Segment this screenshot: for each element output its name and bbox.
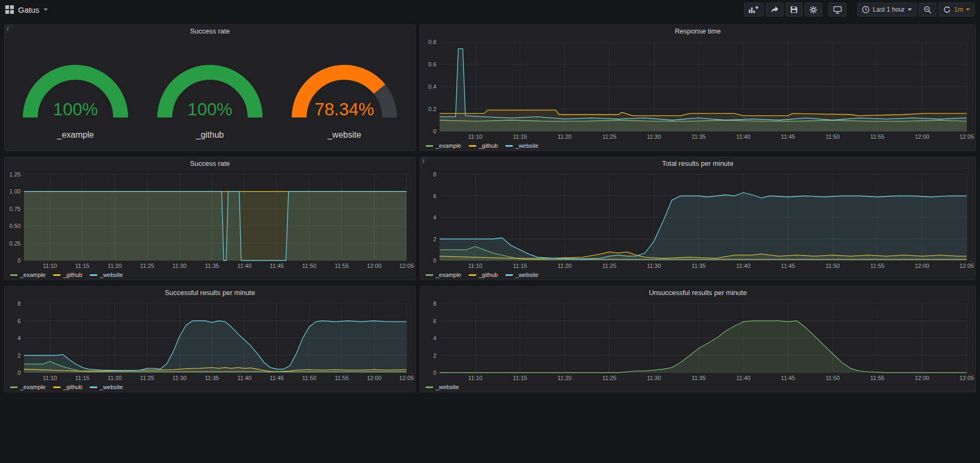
- svg-text:11:35: 11:35: [691, 375, 706, 381]
- gauge-value: 100%: [188, 99, 232, 119]
- svg-text:11:30: 11:30: [647, 375, 661, 381]
- svg-text:12:00: 12:00: [915, 263, 930, 269]
- panel-title[interactable]: Success rate: [5, 25, 415, 38]
- legend-color-swatch: [53, 274, 61, 276]
- legend-item-_example[interactable]: _example: [10, 384, 46, 390]
- refresh-interval-label: 1m: [954, 6, 963, 13]
- svg-text:11:40: 11:40: [736, 263, 750, 269]
- svg-text:11:40: 11:40: [736, 133, 750, 140]
- legend-color-swatch: [469, 145, 476, 147]
- svg-text:11:15: 11:15: [513, 263, 527, 269]
- dashboard-settings-button[interactable]: [805, 3, 822, 16]
- svg-text:11:15: 11:15: [75, 375, 89, 381]
- clock-icon: [862, 6, 869, 13]
- panel-info-icon[interactable]: i: [5, 25, 15, 36]
- svg-text:11:10: 11:10: [43, 375, 57, 381]
- svg-text:11:55: 11:55: [871, 133, 885, 140]
- panel-info-icon[interactable]: i: [420, 157, 431, 168]
- svg-text:11:40: 11:40: [736, 375, 750, 381]
- svg-text:4: 4: [433, 335, 436, 341]
- refresh-interval-caret-icon: [966, 9, 970, 11]
- legend-item-_github[interactable]: _github: [53, 272, 82, 278]
- svg-text:8: 8: [18, 300, 21, 307]
- gear-icon: [809, 6, 817, 14]
- zoom-out-button[interactable]: [919, 3, 936, 16]
- legend-label: _example: [20, 384, 46, 390]
- legend-item-_website[interactable]: _website: [505, 272, 538, 278]
- svg-text:11:40: 11:40: [238, 375, 252, 381]
- svg-text:0.75: 0.75: [10, 206, 21, 212]
- response-time-chart[interactable]: 00.20.40.60.811:1011:1511:2011:2511:3011…: [420, 38, 975, 150]
- svg-text:11:30: 11:30: [647, 133, 661, 140]
- panel-total-results: i Total results per minute 0246811:1011:…: [420, 157, 976, 280]
- legend-item-_website[interactable]: _website: [426, 384, 459, 390]
- svg-text:12:05: 12:05: [399, 263, 414, 269]
- svg-text:11:15: 11:15: [513, 375, 527, 381]
- legend-item-_github[interactable]: _github: [53, 384, 82, 390]
- successful-results-chart[interactable]: 0246811:1011:1511:2011:2511:3011:3511:40…: [5, 299, 415, 392]
- svg-text:0: 0: [18, 369, 21, 376]
- refresh-picker[interactable]: 1m: [939, 3, 975, 16]
- dashboard-title[interactable]: Gatus: [18, 5, 39, 14]
- svg-text:11:30: 11:30: [173, 375, 187, 381]
- cycle-view-button[interactable]: [829, 3, 847, 16]
- legend-color-swatch: [53, 386, 61, 388]
- gauge-_example: 100%_example: [12, 48, 139, 140]
- gauge-_website: 78.34%_website: [281, 48, 408, 140]
- refresh-interval[interactable]: 1m: [954, 6, 970, 13]
- save-dashboard-button[interactable]: [785, 3, 802, 16]
- success-rate-chart[interactable]: 00.250.500.751.001.2511:1011:1511:2011:2…: [5, 170, 415, 280]
- legend-item-_example[interactable]: _example: [10, 272, 46, 278]
- total-results-chart[interactable]: 0246811:1011:1511:2011:2511:3011:3511:40…: [420, 170, 975, 280]
- svg-text:11:25: 11:25: [140, 263, 155, 269]
- svg-text:11:10: 11:10: [468, 375, 483, 381]
- svg-text:0.25: 0.25: [10, 240, 21, 247]
- legend-label: _website: [100, 384, 123, 390]
- legend-item-_website[interactable]: _website: [505, 142, 538, 149]
- svg-text:0: 0: [433, 257, 436, 264]
- legend-label: _example: [20, 272, 46, 278]
- legend-item-_example[interactable]: _example: [426, 142, 461, 149]
- panel-success-rate-gauges: i Success rate 100%_example100%_github78…: [4, 24, 416, 151]
- legend-label: _website: [516, 272, 538, 278]
- svg-text:11:45: 11:45: [270, 375, 284, 381]
- legend-item-_website[interactable]: _website: [90, 384, 123, 390]
- panel-title[interactable]: Unsuccessful results per minute: [420, 287, 975, 299]
- time-range-picker[interactable]: Last 1 hour: [857, 3, 917, 16]
- legend-item-_github[interactable]: _github: [469, 272, 498, 278]
- svg-text:12:00: 12:00: [915, 133, 930, 140]
- legend-color-swatch: [426, 274, 433, 276]
- svg-text:11:30: 11:30: [173, 263, 187, 269]
- time-range-caret-icon: [908, 9, 912, 11]
- svg-text:12:00: 12:00: [367, 375, 382, 381]
- panel-title[interactable]: Response time: [420, 25, 975, 38]
- svg-text:11:35: 11:35: [205, 263, 219, 269]
- svg-text:11:55: 11:55: [871, 375, 885, 381]
- dashboard-dropdown-caret-icon[interactable]: [44, 9, 48, 11]
- share-button[interactable]: [766, 3, 783, 16]
- legend-color-swatch: [505, 274, 513, 276]
- svg-text:0.2: 0.2: [428, 106, 436, 112]
- svg-text:1.25: 1.25: [10, 171, 21, 178]
- save-icon: [790, 6, 798, 13]
- dashboard-grid-icon[interactable]: [5, 5, 14, 14]
- unsuccessful-results-chart[interactable]: 0246811:1011:1511:2011:2511:3011:3511:40…: [420, 299, 975, 392]
- legend-item-_website[interactable]: _website: [90, 272, 123, 278]
- legend-item-_github[interactable]: _github: [469, 142, 498, 149]
- svg-text:4: 4: [433, 214, 436, 221]
- chart-canvas: 0246811:1011:1511:2011:2511:3011:3511:40…: [420, 299, 975, 382]
- chart-canvas: 0246811:1011:1511:2011:2511:3011:3511:40…: [420, 170, 975, 270]
- info-glyph: i: [423, 157, 424, 164]
- svg-text:11:15: 11:15: [75, 263, 89, 269]
- navbar-left: Gatus: [5, 5, 48, 14]
- panel-title[interactable]: Total results per minute: [420, 157, 975, 170]
- add-panel-button[interactable]: [744, 3, 764, 16]
- panel-title[interactable]: Success rate: [5, 157, 415, 170]
- panel-title[interactable]: Successful results per minute: [5, 287, 415, 299]
- legend-label: _example: [436, 142, 461, 149]
- svg-text:8: 8: [433, 171, 436, 178]
- svg-text:11:40: 11:40: [238, 263, 252, 269]
- legend-item-_example[interactable]: _example: [426, 272, 461, 278]
- legend-label: _website: [100, 272, 123, 278]
- panel-response-time: Response time 00.20.40.60.811:1011:1511:…: [420, 24, 976, 151]
